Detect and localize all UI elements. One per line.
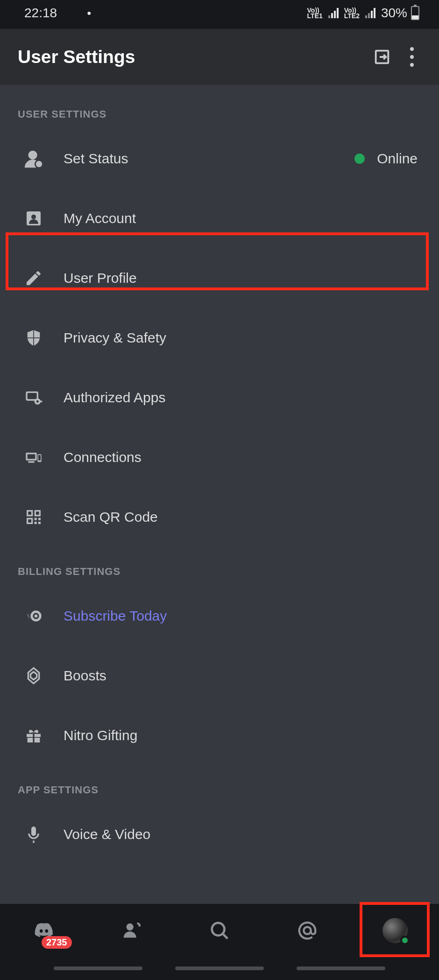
status-bar-right: Vo)) LTE1 Vo)) LTE2 30% <box>296 6 419 21</box>
svg-rect-25 <box>38 518 41 520</box>
row-label: Authorized Apps <box>64 390 427 406</box>
unread-badge: 2735 <box>42 936 72 949</box>
svg-point-11 <box>36 400 39 403</box>
row-label: Scan QR Code <box>64 509 427 525</box>
android-status-bar: 22:18 ● Vo)) LTE1 Vo)) LTE2 30% <box>0 0 439 29</box>
apps-key-icon <box>16 388 51 407</box>
row-scan-qr[interactable]: Scan QR Code <box>0 487 439 547</box>
nav-home-button[interactable]: 2735 <box>23 914 65 947</box>
status-person-icon <box>16 148 51 169</box>
svg-point-7 <box>31 215 36 219</box>
svg-rect-21 <box>36 511 39 515</box>
status-time: 22:18 <box>24 6 57 21</box>
row-label: Boosts <box>64 668 427 684</box>
row-privacy-safety[interactable]: Privacy & Safety <box>0 308 439 368</box>
qr-code-icon <box>16 508 51 526</box>
status-value: Online <box>377 151 418 167</box>
row-connections[interactable]: Connections <box>0 427 439 487</box>
nav-friends-button[interactable] <box>111 914 153 947</box>
search-icon <box>209 920 230 941</box>
gesture-pill <box>54 966 142 970</box>
row-set-status[interactable]: Set Status Online <box>0 129 439 189</box>
kebab-icon <box>410 47 414 67</box>
svg-rect-34 <box>31 826 36 836</box>
row-authorized-apps[interactable]: Authorized Apps <box>0 368 439 427</box>
account-box-icon <box>16 209 51 228</box>
lte1-label: Vo)) LTE1 <box>307 7 323 19</box>
svg-rect-33 <box>33 734 34 742</box>
pencil-icon <box>16 269 51 287</box>
row-label: Privacy & Safety <box>64 330 427 346</box>
status-trailing: Online <box>354 151 427 167</box>
svg-rect-12 <box>39 401 42 402</box>
battery-icon <box>411 6 419 20</box>
row-boosts[interactable]: Boosts <box>0 646 439 706</box>
gesture-pill <box>297 966 385 970</box>
at-sign-icon <box>297 920 318 941</box>
svg-rect-19 <box>28 511 31 515</box>
lte2-label: Vo)) LTE2 <box>344 7 360 19</box>
gift-icon <box>16 726 51 745</box>
row-user-profile[interactable]: User Profile <box>0 248 439 308</box>
svg-point-3 <box>28 151 37 160</box>
nav-profile-button[interactable] <box>374 914 416 947</box>
row-label: Voice & Video <box>64 826 427 842</box>
page-title: User Settings <box>18 47 367 67</box>
bottom-nav: 2735 <box>0 904 439 957</box>
svg-point-30 <box>35 615 38 618</box>
row-label: Subscribe Today <box>64 608 427 624</box>
svg-rect-26 <box>35 522 37 524</box>
svg-rect-14 <box>28 454 35 459</box>
svg-rect-27 <box>38 522 41 524</box>
signal-2-icon <box>365 8 375 18</box>
status-dot <box>354 154 365 164</box>
svg-point-37 <box>304 927 311 934</box>
friend-wave-icon <box>121 920 142 941</box>
exit-icon <box>373 48 391 66</box>
svg-point-35 <box>127 923 134 930</box>
battery-text: 30% <box>381 6 407 21</box>
presence-dot <box>400 936 410 945</box>
gesture-nav <box>0 957 439 980</box>
svg-rect-24 <box>35 518 37 520</box>
row-my-account[interactable]: My Account <box>0 189 439 248</box>
section-header-user: USER SETTINGS <box>0 90 439 129</box>
row-voice-video[interactable]: Voice & Video <box>0 805 439 856</box>
overflow-menu-button[interactable] <box>397 42 427 72</box>
svg-rect-23 <box>28 519 31 523</box>
nav-mentions-button[interactable] <box>286 914 328 947</box>
section-header-app: APP SETTINGS <box>0 765 439 805</box>
svg-rect-9 <box>28 393 37 399</box>
signal-1-icon <box>328 8 339 18</box>
row-label: Connections <box>64 449 427 465</box>
shield-icon <box>16 329 51 347</box>
nav-search-button[interactable] <box>198 914 241 947</box>
microphone-icon <box>16 825 51 844</box>
nitro-icon <box>16 607 51 625</box>
battery-indicator: 30% <box>381 6 419 21</box>
svg-rect-17 <box>38 455 41 461</box>
section-header-billing: BILLING SETTINGS <box>0 547 439 586</box>
row-label: My Account <box>64 210 427 226</box>
row-label: Nitro Gifting <box>64 728 427 743</box>
row-subscribe-today[interactable]: Subscribe Today <box>0 586 439 646</box>
dot-icon: ● <box>87 9 92 17</box>
row-label: User Profile <box>64 270 427 286</box>
status-bar-left: 22:18 ● <box>24 6 92 21</box>
gesture-pill <box>175 966 264 970</box>
svg-point-36 <box>212 923 225 935</box>
svg-rect-15 <box>28 461 34 462</box>
row-label: Set Status <box>64 151 342 167</box>
avatar <box>382 918 408 943</box>
devices-icon <box>16 448 51 467</box>
boost-gem-icon <box>16 666 51 685</box>
svg-point-5 <box>36 161 42 167</box>
row-nitro-gifting[interactable]: Nitro Gifting <box>0 706 439 765</box>
exit-button[interactable] <box>367 42 397 72</box>
settings-scroll[interactable]: USER SETTINGS Set Status Online My Accou… <box>0 85 439 904</box>
app-bar: User Settings <box>0 29 439 85</box>
